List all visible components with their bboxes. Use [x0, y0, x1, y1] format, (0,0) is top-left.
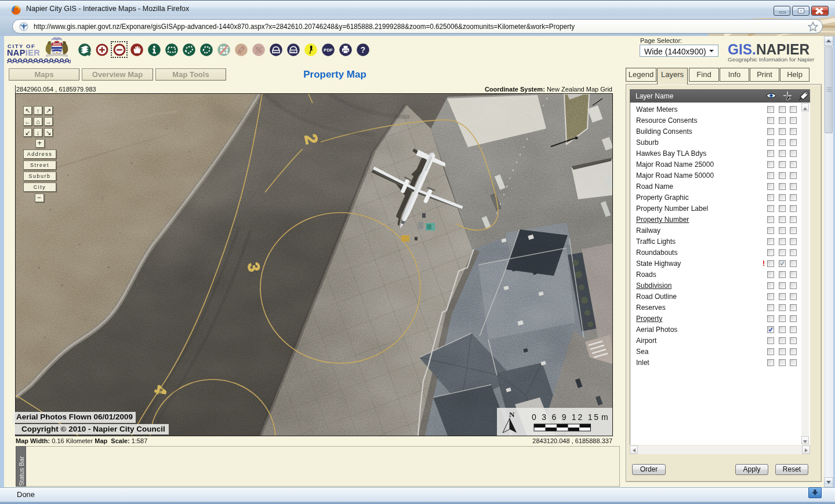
svg-text:N: N	[509, 410, 515, 419]
svg-text:PDF: PDF	[324, 48, 333, 53]
svg-text:m: m	[601, 412, 608, 422]
svg-text:0 3 6 9 12 15: 0 3 6 9 12 15	[532, 412, 598, 422]
svg-text:?: ?	[361, 46, 365, 54]
